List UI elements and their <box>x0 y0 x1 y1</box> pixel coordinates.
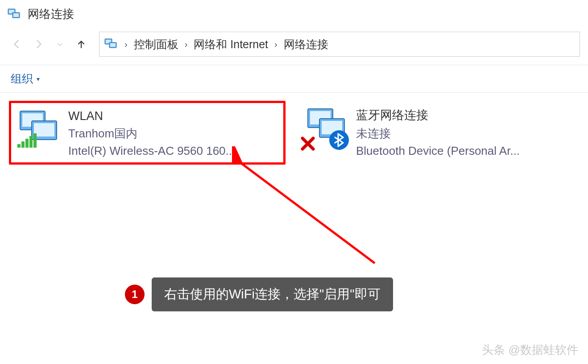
back-button[interactable] <box>8 35 26 53</box>
connection-status: 未连接 <box>356 126 520 141</box>
annotation-arrow <box>232 146 410 273</box>
network-connections-icon <box>7 8 21 21</box>
svg-rect-15 <box>29 136 33 148</box>
bluetooth-adapter-icon <box>304 105 347 148</box>
watermark: 头条 @数据蛙软件 <box>482 342 578 358</box>
window-titlebar: 网络连接 <box>0 0 588 28</box>
svg-rect-14 <box>25 139 29 148</box>
step-badge: 1 <box>125 285 145 304</box>
organize-label: 组织 <box>11 71 33 86</box>
connection-title: 蓝牙网络连接 <box>356 107 520 123</box>
svg-rect-11 <box>34 123 54 136</box>
chevron-right-icon: › <box>185 39 188 50</box>
breadcrumb-network-internet[interactable]: 网络和 Internet <box>194 37 268 52</box>
tooltip-text: 右击使用的WiFi连接，选择"启用"即可 <box>152 277 393 311</box>
organize-button[interactable]: 组织 ▾ <box>11 71 40 86</box>
connection-status: Tranhom国内 <box>68 126 235 141</box>
up-button[interactable] <box>72 35 90 53</box>
connection-device: Intel(R) Wireless-AC 9560 160... <box>68 144 235 158</box>
recent-dropdown[interactable] <box>51 35 69 53</box>
content-area: WLAN Tranhom国内 Intel(R) Wireless-AC 9560… <box>0 93 588 173</box>
svg-rect-3 <box>13 13 19 17</box>
wlan-adapter-icon <box>17 108 59 150</box>
breadcrumb-control-panel[interactable]: 控制面板 <box>134 37 178 52</box>
svg-line-22 <box>240 162 375 263</box>
svg-rect-13 <box>21 141 25 148</box>
annotation-tooltip: 1 右击使用的WiFi连接，选择"启用"即可 <box>125 277 393 311</box>
chevron-right-icon: › <box>124 39 128 50</box>
navigation-bar: › 控制面板 › 网络和 Internet › 网络连接 <box>0 28 588 65</box>
connection-title: WLAN <box>68 109 235 123</box>
svg-rect-16 <box>33 133 37 148</box>
chevron-down-icon: ▾ <box>37 75 40 83</box>
forward-button[interactable] <box>29 35 47 53</box>
address-bar[interactable]: › 控制面板 › 网络和 Internet › 网络连接 <box>99 32 580 57</box>
window-title: 网络连接 <box>28 6 74 22</box>
svg-rect-12 <box>17 144 21 148</box>
toolbar: 组织 ▾ <box>0 65 588 93</box>
svg-rect-7 <box>110 43 116 47</box>
chevron-right-icon: › <box>274 39 277 50</box>
network-connections-icon <box>104 38 118 50</box>
breadcrumb-network-connections[interactable]: 网络连接 <box>284 37 328 52</box>
